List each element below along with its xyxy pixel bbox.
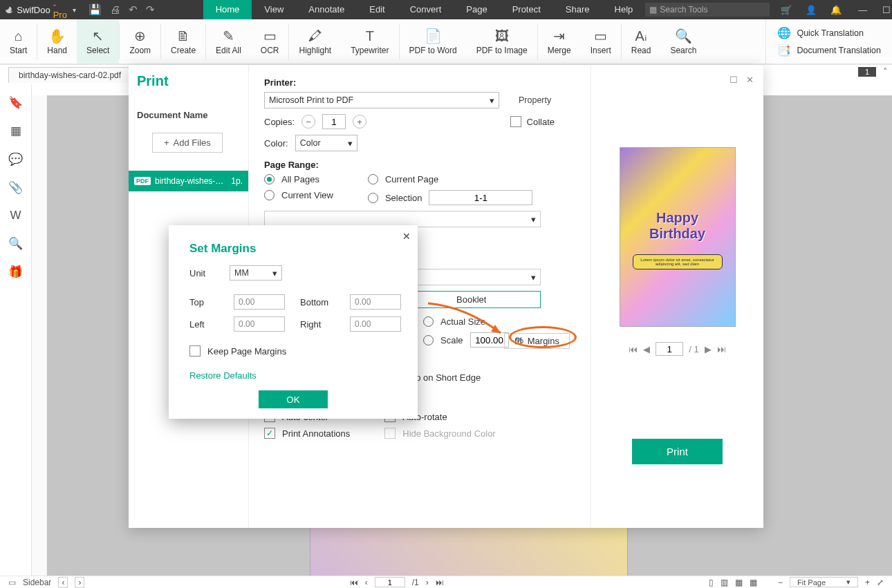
ribbon-edit-all[interactable]: ✎Edit All [206,19,251,64]
minimize-icon[interactable]: — [858,5,867,15]
menu-annotate[interactable]: Annotate [296,0,357,19]
next-page-icon[interactable]: ▶ [705,344,712,354]
printer-select[interactable]: Microsoft Print to PDF▾ [264,92,499,108]
file-row[interactable]: PDF birthday-wishes-… 1p. [129,171,248,191]
margins-button[interactable]: ⊡ Margins [504,333,570,349]
all-pages-radio[interactable] [264,174,275,184]
selection-input[interactable] [429,190,532,205]
keep-margins-checkbox[interactable] [189,345,201,357]
margin-right-input[interactable] [350,316,401,332]
menu-help[interactable]: Help [602,0,646,19]
margin-top-input[interactable] [234,294,285,310]
chevron-up-icon[interactable]: ˄ [883,66,888,77]
property-link[interactable]: Property [519,95,551,105]
foot-page-input[interactable] [375,577,405,587]
copies-plus-button[interactable]: + [353,115,366,129]
user-icon[interactable]: 👤 [806,5,817,15]
collate-checkbox[interactable] [510,116,521,127]
menu-share[interactable]: Share [553,0,602,19]
dialog-maximize-icon[interactable]: ☐ [730,75,738,85]
color-select[interactable]: Color▾ [295,135,357,151]
gift-icon[interactable]: 🎁 [8,265,23,279]
maximize-icon[interactable]: ☐ [882,5,891,15]
menu-protect[interactable]: Protect [500,0,553,19]
zoom-select[interactable]: Fit Page▾ [790,577,858,587]
scale-input[interactable] [470,332,509,348]
save-icon[interactable]: 💾 [89,3,102,16]
search-tools-input[interactable]: ▦ Search Tools [645,3,770,17]
copies-input[interactable] [322,114,346,129]
ribbon-typewriter[interactable]: TTypewriter [341,19,398,64]
ribbon-read[interactable]: AᵢRead [622,19,661,64]
current-view-radio[interactable] [264,190,275,200]
chevron-down-icon[interactable]: ▾ [73,6,76,14]
sidebar-next-icon[interactable]: › [75,577,84,588]
margin-bottom-input[interactable] [350,294,401,310]
attachment-icon[interactable]: 📎 [8,180,23,195]
menu-page[interactable]: Page [454,0,499,19]
ribbon-zoom[interactable]: ⊕Zoom [120,19,160,64]
scale-radio[interactable] [423,335,434,345]
menu-edit[interactable]: Edit [357,0,397,19]
current-page-radio[interactable] [368,174,378,184]
margin-left-input[interactable] [234,316,285,332]
thumbnails-icon[interactable]: ▦ [10,124,21,138]
view-two-icon[interactable]: ▦ [735,578,743,587]
cart-icon[interactable]: 🛒 [781,5,792,15]
actual-size-radio[interactable] [423,316,434,327]
find-icon[interactable]: 🔍 [8,236,23,251]
print-annotations-checkbox[interactable] [264,428,275,439]
tab-booklet[interactable]: Booklet [403,292,541,307]
foot-last-icon[interactable]: ⏭ [436,578,444,587]
foot-next-icon[interactable]: › [426,578,429,587]
selection-radio[interactable] [368,193,378,203]
ribbon-pdf-to-image[interactable]: 🖼PDF to Image [467,19,537,64]
fullscreen-icon[interactable]: ⤢ [877,578,884,587]
document-translation-button[interactable]: 📑Document Translation [777,44,881,57]
menu-home[interactable]: Home [203,0,252,19]
ribbon-merge[interactable]: ⇥Merge [538,19,581,64]
print-button[interactable]: Print [632,439,723,464]
ok-button[interactable]: OK [259,390,328,408]
zoom-in-icon[interactable]: + [865,578,870,587]
document-tab[interactable]: birthday-wishes-card-02.pdf [8,67,131,83]
preview-page-input[interactable] [656,342,683,356]
ribbon-highlight[interactable]: 🖍Highlight [289,19,341,64]
foot-prev-icon[interactable]: ‹ [365,578,368,587]
view-single-icon[interactable]: ▯ [709,578,714,587]
dialog-close-icon[interactable]: ✕ [746,75,754,85]
sidebar-prev-icon[interactable]: ‹ [58,577,68,588]
ribbon-create[interactable]: 🗎Create [161,19,205,64]
first-page-icon[interactable]: ⏮ [629,344,638,354]
unit-select[interactable]: MM▾ [230,265,282,281]
ribbon-start[interactable]: ⌂Start [0,19,37,64]
copies-minus-button[interactable]: − [301,115,315,129]
ribbon-insert[interactable]: ▭Insert [581,19,621,64]
menu-convert[interactable]: Convert [398,0,454,19]
foot-first-icon[interactable]: ⏮ [350,578,358,587]
ribbon-search[interactable]: 🔍Search [660,19,706,64]
ribbon-ocr[interactable]: ▭OCR [251,19,289,64]
bookmark-icon[interactable]: 🔖 [8,95,23,110]
sidebar-toggle-icon[interactable]: ▭ [8,578,16,587]
redo-icon[interactable]: ↷ [146,3,155,16]
quick-translation-button[interactable]: 🌐Quick Translation [777,26,881,39]
add-files-button[interactable]: +Add Files [152,133,223,153]
comment-icon[interactable]: 💬 [8,152,23,167]
view-grid-icon[interactable]: ▦ [750,578,757,587]
menu-view[interactable]: View [252,0,296,19]
zoom-out-icon[interactable]: − [778,578,783,587]
print-icon[interactable]: 🖨 [110,3,120,16]
ribbon-select[interactable]: ↖Select [77,19,119,64]
app-logo[interactable]: SwifDoo-Pro ▾ [4,0,76,20]
restore-defaults-link[interactable]: Restore Defaults [189,370,397,381]
undo-icon[interactable]: ↶ [129,3,138,16]
ribbon-pdf-to-word[interactable]: 📄PDF to Word [400,19,467,64]
word-panel-icon[interactable]: W [10,209,21,222]
view-continuous-icon[interactable]: ▥ [721,578,728,587]
prev-page-icon[interactable]: ◀ [643,344,650,354]
margins-close-icon[interactable]: ✕ [402,231,411,242]
ribbon-hand[interactable]: ✋Hand [37,19,77,64]
bell-icon[interactable]: 🔔 [830,5,842,15]
last-page-icon[interactable]: ⏭ [717,344,726,354]
